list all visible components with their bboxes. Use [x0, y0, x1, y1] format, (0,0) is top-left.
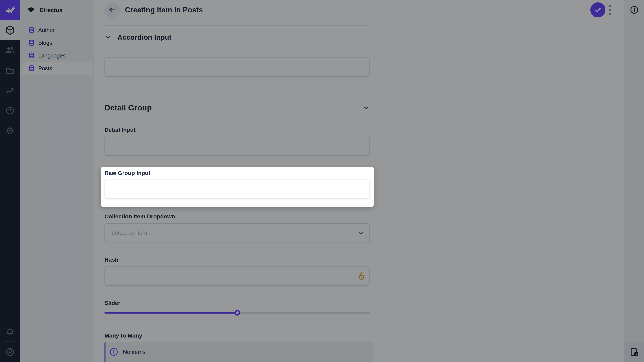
revisions-button[interactable] [624, 342, 644, 362]
detail-input-label: Detail Input [104, 126, 136, 133]
many-to-many-empty-row: No items [106, 342, 373, 356]
module-files[interactable] [0, 60, 20, 80]
accordion-input-toggle[interactable]: Accordion Input [104, 33, 370, 42]
module-users[interactable] [0, 40, 20, 60]
insights-icon [6, 87, 14, 94]
slider-fill [104, 312, 237, 314]
select-placeholder: Select an item... [111, 230, 152, 236]
back-button[interactable] [104, 2, 120, 17]
right-drawer [624, 0, 644, 362]
many-to-many-empty-text: No items [123, 349, 146, 355]
raw-group-input-label: Raw Group Input [104, 169, 150, 176]
project-header[interactable]: Directus [20, 0, 94, 20]
gear-icon: ⚙ [6, 126, 14, 136]
notifications-button[interactable] [0, 322, 20, 342]
database-icon [28, 65, 35, 72]
kebab-dot [608, 9, 611, 11]
chevron-down-icon [364, 106, 368, 109]
module-settings[interactable]: ⚙ [0, 121, 20, 141]
page-title: Creating Item in Posts [125, 0, 203, 20]
people-icon [5, 46, 15, 54]
collection-nav: Author Blogs Languages Posts [22, 24, 92, 75]
chevron-down-icon [358, 231, 364, 234]
avatar-button[interactable] [0, 342, 20, 362]
module-help[interactable]: ? [0, 100, 20, 121]
slider-control[interactable] [104, 310, 370, 316]
sidebar-item-posts[interactable]: Posts [22, 62, 92, 75]
raw-group-input-card: Raw Group Input [100, 167, 374, 207]
module-insights[interactable] [0, 80, 20, 100]
section-divider [104, 89, 370, 89]
info-icon [630, 6, 638, 14]
folder-icon [6, 67, 14, 74]
database-icon [28, 39, 35, 46]
sidebar-item-blogs[interactable]: Blogs [22, 36, 92, 49]
main-area: Creating Item in Posts Accordion Input D… [94, 0, 624, 362]
arrow-left-icon [108, 6, 116, 13]
sidebar-item-languages[interactable]: Languages [22, 49, 92, 62]
module-bar: ? ⚙ [0, 0, 20, 362]
sidebar: Directus Author Blogs Languages Posts [20, 0, 94, 362]
more-options-button[interactable] [606, 4, 613, 16]
info-sidebar-button[interactable] [626, 2, 642, 17]
collection-item-dropdown-label: Collection Item Dropdown [104, 213, 175, 220]
save-button[interactable] [590, 2, 606, 17]
help-icon: ? [6, 107, 14, 114]
detail-group-title: Detail Group [104, 103, 152, 112]
hash-input-field[interactable] [104, 267, 370, 286]
many-to-many-panel: No items [104, 342, 373, 362]
directus-rabbit-logo-icon [4, 4, 16, 15]
project-name: Directus [40, 7, 62, 13]
check-icon [594, 6, 602, 14]
form-content: Accordion Input Detail Group Detail Inpu… [104, 0, 370, 362]
module-bar-divider [4, 341, 16, 342]
section-divider [104, 115, 370, 115]
kebab-dot [608, 5, 611, 7]
clipboard-clock-icon [630, 347, 638, 357]
sidebar-item-author[interactable]: Author [22, 24, 92, 36]
lock-open-icon [358, 272, 365, 280]
database-icon [28, 27, 35, 33]
bell-icon [6, 328, 14, 336]
collection-item-dropdown-select[interactable]: Select an item... [104, 223, 370, 242]
sidebar-item-label: Author [38, 27, 54, 33]
module-content[interactable] [0, 20, 20, 40]
slider-label: Slider [104, 299, 120, 306]
database-icon [28, 52, 35, 59]
section-divider [104, 25, 370, 26]
detail-input-field[interactable] [104, 137, 370, 156]
raw-group-input-field[interactable] [104, 179, 370, 199]
hash-label: Hash [104, 256, 118, 263]
directus-app: ? ⚙ Directus Author Blogs [0, 0, 644, 362]
avatar-icon [6, 348, 14, 356]
accordion-input-title: Accordion Input [118, 33, 172, 41]
many-to-many-label: Many to Many [104, 332, 142, 339]
project-shield-icon [27, 7, 35, 13]
hash-field-wrap [104, 267, 370, 286]
detail-group-toggle[interactable]: Detail Group [104, 103, 370, 113]
directus-logo-button[interactable] [0, 0, 20, 20]
page-header: Creating Item in Posts [94, 0, 624, 20]
sidebar-item-label: Languages [38, 52, 66, 59]
accordion-input-field[interactable] [104, 57, 370, 77]
cube-icon [6, 25, 14, 35]
chevron-down-icon [106, 36, 110, 39]
kebab-dot [608, 13, 611, 15]
sidebar-item-label: Posts [38, 65, 52, 71]
sidebar-item-label: Blogs [38, 40, 52, 46]
info-icon [110, 348, 118, 356]
slider-thumb[interactable] [234, 310, 240, 316]
